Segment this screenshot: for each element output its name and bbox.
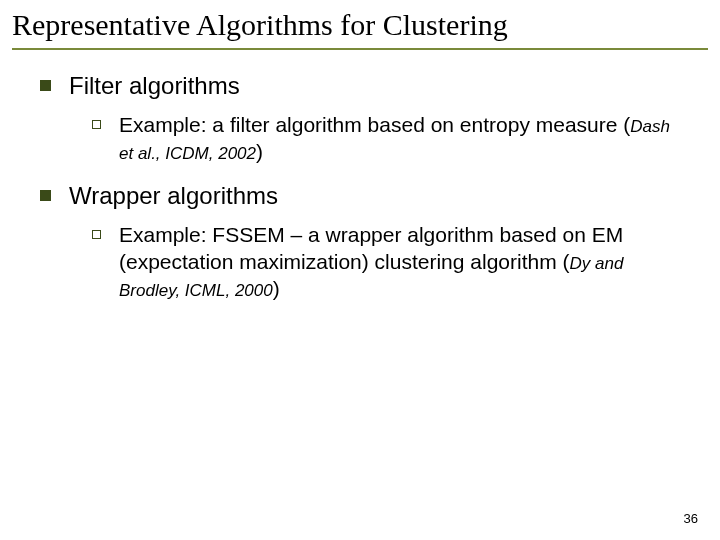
subbullet-prefix: Example: FSSEM – a wrapper algorithm bas… (119, 223, 623, 273)
subbullet-text: Example: a filter algorithm based on ent… (119, 112, 679, 166)
subbullet-suffix: ) (273, 277, 280, 300)
title-bar: Representative Algorithms for Clustering (0, 0, 720, 50)
square-bullet-icon (40, 80, 51, 91)
subbullet-wrapper-example: Example: FSSEM – a wrapper algorithm bas… (92, 222, 698, 303)
hollow-square-bullet-icon (92, 120, 101, 129)
hollow-square-bullet-icon (92, 230, 101, 239)
subbullet-filter-example: Example: a filter algorithm based on ent… (92, 112, 698, 166)
page-number: 36 (684, 511, 698, 526)
slide-title: Representative Algorithms for Clustering (12, 8, 708, 50)
slide-body: Filter algorithms Example: a filter algo… (0, 50, 720, 302)
square-bullet-icon (40, 190, 51, 201)
subbullet-text: Example: FSSEM – a wrapper algorithm bas… (119, 222, 679, 303)
subbullet-suffix: ) (256, 140, 263, 163)
subbullet-prefix: Example: a filter algorithm based on ent… (119, 113, 630, 136)
bullet-filter-algorithms: Filter algorithms (40, 72, 698, 100)
bullet-label: Wrapper algorithms (69, 182, 278, 210)
bullet-wrapper-algorithms: Wrapper algorithms (40, 182, 698, 210)
bullet-label: Filter algorithms (69, 72, 240, 100)
